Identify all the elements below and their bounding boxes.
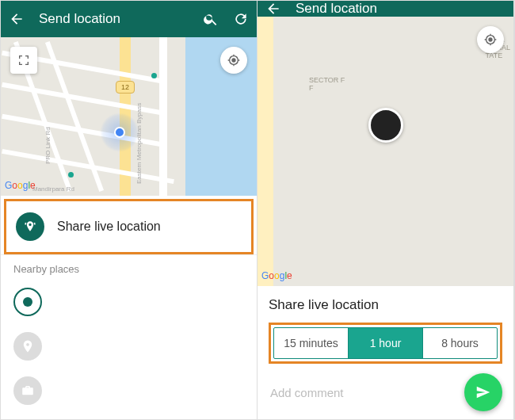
fullscreen-icon (17, 54, 30, 67)
google-logo: Google (261, 270, 292, 281)
fullscreen-button[interactable] (10, 47, 37, 74)
target-icon (13, 288, 42, 316)
sheet-title: Share live location (269, 297, 502, 313)
my-location-button[interactable] (220, 47, 247, 74)
briefcase-icon (13, 376, 42, 405)
road-label: Mandirpara Rd (32, 185, 74, 193)
right-screenshot: Send location SECTOR F F ASBA STRIAL TAT… (258, 1, 514, 419)
send-icon (475, 384, 492, 401)
route-shield: 12 (116, 81, 135, 94)
arrow-left-icon (9, 11, 25, 27)
page-title: Send location (296, 1, 505, 17)
tutorial-highlight: 15 minutes 1 hour 8 hours (269, 323, 502, 364)
nearby-places-header: Nearby places (1, 254, 257, 280)
road-label: Eastern Metropolitan Bypass (135, 103, 143, 184)
map-view[interactable]: 12 Eastern Metropolitan Bypass PRO Link … (1, 37, 257, 196)
nearby-place-item[interactable] (1, 324, 257, 368)
back-button[interactable] (9, 11, 25, 27)
arrow-left-icon (265, 1, 281, 17)
map-poi-dot (68, 172, 74, 178)
nearby-place-item[interactable] (1, 368, 257, 413)
app-bar: Send location (258, 1, 513, 17)
duration-segmented-control: 15 minutes 1 hour 8 hours (273, 327, 498, 359)
search-icon (203, 11, 219, 27)
crosshair-icon (484, 33, 497, 46)
map-region-label: SECTOR F F (309, 76, 345, 92)
share-duration-sheet: Share live location 15 minutes 1 hour 8 … (258, 286, 513, 419)
send-current-location-button[interactable] (1, 280, 257, 324)
share-live-location-label: Share live location (57, 220, 161, 234)
pin-icon (13, 332, 42, 361)
my-location-button[interactable] (477, 26, 504, 53)
search-button[interactable] (203, 11, 219, 27)
duration-option-15min[interactable]: 15 minutes (274, 328, 349, 358)
tutorial-highlight: Share live location (4, 199, 254, 254)
current-location-dot (100, 113, 139, 152)
app-bar: Send location (1, 1, 257, 37)
refresh-button[interactable] (233, 11, 249, 27)
back-button[interactable] (265, 1, 281, 17)
page-title: Send location (39, 11, 189, 27)
map-poi-dot (151, 73, 157, 78)
duration-option-1hour[interactable]: 1 hour (349, 328, 423, 358)
comment-input[interactable] (269, 381, 456, 404)
road-label: PRO Link Rd (44, 127, 52, 164)
user-avatar-marker (368, 108, 403, 143)
duration-option-8hours[interactable]: 8 hours (423, 328, 497, 358)
crosshair-icon (227, 54, 240, 67)
send-button[interactable] (464, 373, 502, 411)
refresh-icon (233, 11, 249, 27)
google-logo: Google (5, 180, 36, 191)
live-location-icon (16, 212, 44, 241)
left-screenshot: Send location 12 Eastern Metropolitan By… (1, 1, 258, 419)
share-live-location-button[interactable]: Share live location (6, 201, 251, 252)
map-view[interactable]: SECTOR F F ASBA STRIAL TATE Google (258, 17, 513, 286)
